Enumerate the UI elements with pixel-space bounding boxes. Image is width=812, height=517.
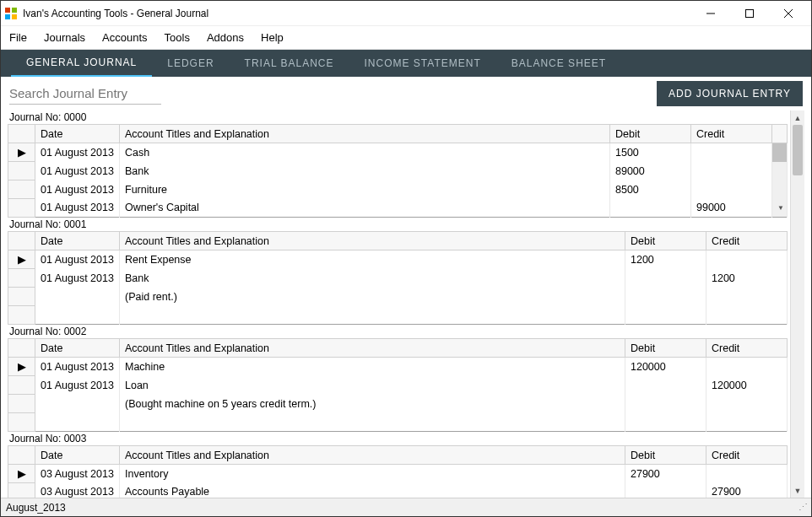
row-selector[interactable]: ▶ — [8, 465, 35, 483]
table-row[interactable]: 01 August 2013Bank89000 — [8, 162, 788, 180]
row-selector[interactable] — [8, 376, 35, 395]
cell-date[interactable]: 01 August 2013 — [35, 250, 120, 269]
column-header-acct[interactable]: Account Titles and Explanation — [120, 125, 610, 143]
cell-credit[interactable] — [706, 395, 788, 413]
cell-acct[interactable]: Bank — [120, 162, 610, 180]
search-input[interactable] — [9, 83, 161, 105]
cell-date[interactable]: 01 August 2013 — [35, 143, 120, 162]
table-row[interactable]: (Bought machine on 5 years credit term.) — [8, 395, 788, 413]
table-row[interactable]: (Paid rent.) — [8, 288, 788, 306]
row-selector[interactable] — [8, 199, 35, 218]
tab-balance-sheet[interactable]: BALANCE SHEET — [496, 50, 621, 77]
cell-credit[interactable]: 1200 — [706, 269, 788, 288]
grid-scroll-cell[interactable] — [772, 162, 788, 180]
column-header-date[interactable]: Date — [35, 339, 120, 358]
cell-acct[interactable]: Cash — [120, 143, 610, 162]
cell-acct[interactable]: Inventory — [120, 465, 625, 483]
column-header-credit[interactable]: Credit — [691, 125, 772, 143]
cell-credit[interactable]: 99000 — [691, 199, 772, 218]
column-header-credit[interactable]: Credit — [706, 339, 788, 358]
cell-date[interactable]: 01 August 2013 — [35, 269, 120, 288]
cell-acct[interactable]: Loan — [120, 376, 625, 395]
cell-acct[interactable]: Accounts Payable — [120, 483, 625, 498]
journal-grid[interactable]: DateAccount Titles and ExplanationDebitC… — [8, 338, 788, 432]
cell-debit[interactable] — [625, 395, 706, 413]
cell-date[interactable] — [35, 288, 120, 306]
column-header-date[interactable]: Date — [35, 232, 120, 250]
row-selector[interactable] — [8, 269, 35, 288]
menu-help[interactable]: Help — [261, 31, 284, 44]
grid-scroll-cell[interactable] — [772, 143, 788, 162]
column-header-debit[interactable]: Debit — [625, 446, 706, 465]
cell-debit[interactable] — [625, 269, 706, 288]
cell-date[interactable]: 01 August 2013 — [35, 199, 120, 218]
cell-date[interactable]: 01 August 2013 — [35, 358, 120, 376]
cell-acct[interactable]: Rent Expense — [120, 250, 625, 269]
cell-acct[interactable]: Machine — [120, 358, 625, 376]
column-header-acct[interactable]: Account Titles and Explanation — [120, 232, 625, 250]
column-header-date[interactable]: Date — [35, 125, 120, 143]
journal-grid[interactable]: DateAccount Titles and ExplanationDebitC… — [8, 124, 788, 218]
cell-debit[interactable] — [625, 483, 706, 498]
cell-date[interactable] — [35, 306, 120, 325]
cell-date[interactable]: 01 August 2013 — [35, 162, 120, 180]
column-header-debit[interactable]: Debit — [610, 125, 691, 143]
menu-journals[interactable]: Journals — [44, 31, 85, 44]
cell-debit[interactable] — [625, 288, 706, 306]
scroll-down-icon[interactable]: ▼ — [791, 483, 804, 498]
cell-date[interactable] — [35, 395, 120, 413]
cell-debit[interactable] — [625, 306, 706, 325]
cell-credit[interactable] — [691, 162, 772, 180]
column-header-debit[interactable]: Debit — [625, 339, 706, 358]
column-header-acct[interactable]: Account Titles and Explanation — [120, 446, 625, 465]
grid-scroll-cell[interactable]: ▼ — [772, 199, 788, 218]
row-selector[interactable] — [8, 288, 35, 306]
journal-grid[interactable]: DateAccount Titles and ExplanationDebitC… — [8, 231, 788, 325]
minimize-button[interactable] — [691, 1, 730, 26]
menu-addons[interactable]: Addons — [207, 31, 244, 44]
cell-acct[interactable] — [120, 413, 625, 432]
cell-debit[interactable] — [610, 199, 691, 218]
journal-grid[interactable]: DateAccount Titles and ExplanationDebitC… — [8, 445, 788, 498]
vertical-scrollbar[interactable]: ▲ ▼ — [790, 110, 804, 498]
row-selector[interactable] — [8, 483, 35, 498]
table-row[interactable]: 01 August 2013Owner's Capital99000▼ — [8, 199, 788, 218]
tab-ledger[interactable]: LEDGER — [152, 50, 229, 77]
table-row[interactable]: ▶03 August 2013Inventory27900 — [8, 465, 788, 483]
cell-acct[interactable]: (Paid rent.) — [120, 288, 625, 306]
cell-credit[interactable]: 120000 — [706, 376, 788, 395]
cell-acct[interactable] — [120, 306, 625, 325]
table-row[interactable]: 01 August 2013Bank1200 — [8, 269, 788, 288]
tab-income-statement[interactable]: INCOME STATEMENT — [349, 50, 496, 77]
column-header-date[interactable]: Date — [35, 446, 120, 465]
cell-date[interactable]: 01 August 2013 — [35, 180, 120, 199]
row-selector[interactable] — [8, 180, 35, 199]
cell-acct[interactable]: (Bought machine on 5 years credit term.) — [120, 395, 625, 413]
cell-date[interactable] — [35, 413, 120, 432]
resize-grip-icon[interactable]: ⋰ — [798, 502, 806, 513]
column-header-acct[interactable]: Account Titles and Explanation — [120, 339, 625, 358]
table-row[interactable]: 01 August 2013Loan120000 — [8, 376, 788, 395]
cell-credit[interactable] — [706, 250, 788, 269]
menu-file[interactable]: File — [9, 31, 27, 44]
cell-debit[interactable]: 1200 — [625, 250, 706, 269]
row-selector[interactable]: ▶ — [8, 250, 35, 269]
grid-scroll-cell[interactable] — [772, 180, 788, 199]
cell-debit[interactable]: 27900 — [625, 465, 706, 483]
table-row[interactable] — [8, 306, 788, 325]
cell-debit[interactable]: 89000 — [610, 162, 691, 180]
tab-trial-balance[interactable]: TRIAL BALANCE — [230, 50, 349, 77]
cell-credit[interactable] — [706, 413, 788, 432]
row-selector[interactable] — [8, 413, 35, 432]
cell-debit[interactable]: 120000 — [625, 358, 706, 376]
table-row[interactable]: ▶01 August 2013Rent Expense1200 — [8, 250, 788, 269]
table-row[interactable]: ▶01 August 2013Cash1500 — [8, 143, 788, 162]
cell-debit[interactable] — [625, 376, 706, 395]
scroll-up-icon[interactable]: ▲ — [791, 110, 804, 125]
maximize-button[interactable] — [730, 1, 769, 26]
cell-credit[interactable] — [691, 143, 772, 162]
cell-date[interactable]: 03 August 2013 — [35, 465, 120, 483]
cell-acct[interactable]: Furniture — [120, 180, 610, 199]
column-header-debit[interactable]: Debit — [625, 232, 706, 250]
row-selector[interactable] — [8, 162, 35, 180]
